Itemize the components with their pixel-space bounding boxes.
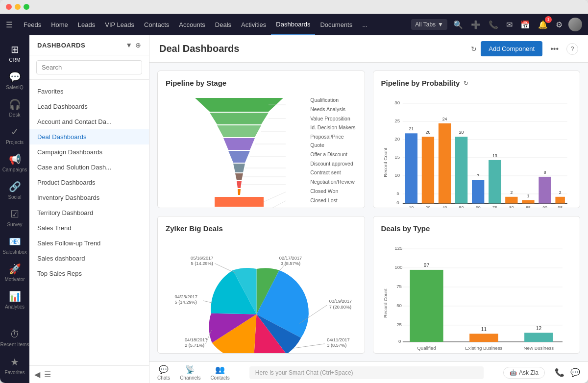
svg-text:75: 75 xyxy=(396,284,402,289)
contacts-tab[interactable]: 👥 Contacts xyxy=(210,365,229,381)
nav-vip-leads[interactable]: VIP Leads xyxy=(100,14,139,35)
channels-tab[interactable]: 📡 Channels xyxy=(180,365,200,381)
deals-type-chart: 125 100 75 50 25 0 xyxy=(381,239,572,354)
svg-text:50: 50 xyxy=(459,205,464,208)
smart-chat-input[interactable]: Here is your Smart Chat (Ctrl+Space) xyxy=(249,366,484,379)
analytics-icon: 📊 xyxy=(9,290,21,302)
ask-zia-button[interactable]: 🤖 Ask Zia xyxy=(503,367,545,379)
svg-marker-10 xyxy=(215,208,264,208)
sidebar-item-salesiq[interactable]: 💬 SalesIQ xyxy=(0,67,29,94)
nav-item-sales-dashboard[interactable]: Sales dashboard xyxy=(29,251,149,266)
probability-chart: 30 25 20 15 10 5 0 xyxy=(381,93,572,208)
svg-text:20: 20 xyxy=(425,130,430,135)
bar-new-business xyxy=(524,333,553,342)
nav-item-campaign-dashboards[interactable]: Campaign Dashboards xyxy=(29,144,149,160)
sidebar-item-analytics[interactable]: 📊 Analytics xyxy=(0,286,29,313)
nav-item-territory-dashboard[interactable]: Territory Dashboard xyxy=(29,205,149,220)
pie-chart: 02/17/2017 3 (8.57%) 03/19/2017 7 (20.00… xyxy=(166,239,357,354)
nav-activities[interactable]: Activities xyxy=(236,14,271,35)
nav-more[interactable]: ... xyxy=(357,14,372,35)
bar-85 xyxy=(522,200,534,204)
nav-accounts[interactable]: Accounts xyxy=(174,14,210,35)
maximize-button[interactable] xyxy=(24,4,29,10)
bar-60 xyxy=(472,180,484,204)
sidebar-item-desk[interactable]: 🎧 Desk xyxy=(0,94,29,121)
funnel-label-negotiation: Negotiation/Review xyxy=(310,178,356,186)
channels-icon: 📡 xyxy=(185,365,195,374)
chats-tab[interactable]: 💬 Chats xyxy=(157,365,170,381)
nav-item-favorites[interactable]: Favorites xyxy=(29,84,149,99)
all-tabs-button[interactable]: All Tabs ▼ xyxy=(411,19,447,30)
sidebar-item-favorites[interactable]: ★ Favorites xyxy=(0,352,29,379)
sidebar-item-salesinbox[interactable]: 📧 SalesInbox xyxy=(0,231,29,259)
svg-text:90: 90 xyxy=(542,205,547,208)
more-options-icon[interactable]: ••• xyxy=(546,43,563,55)
mail-icon[interactable]: ✉ xyxy=(504,18,514,31)
nav-item-account-contact[interactable]: Account and Contact Da... xyxy=(29,114,149,129)
add-component-button[interactable]: Add Component xyxy=(481,41,542,56)
close-button[interactable] xyxy=(6,4,12,10)
add-icon[interactable]: ➕ xyxy=(469,18,483,31)
help-icon[interactable]: ? xyxy=(566,43,578,55)
nav-dashboards[interactable]: Dashboards xyxy=(271,14,315,35)
funnel-label-proposal: Proposal/Price Quote xyxy=(310,133,356,149)
bar-80 xyxy=(505,197,517,204)
nav-footer-collapse-icon[interactable]: ◀ xyxy=(34,370,40,379)
search-input[interactable] xyxy=(36,60,142,74)
sidebar-item-crm[interactable]: ⊞ CRM xyxy=(0,39,29,67)
sidebar-item-recent[interactable]: ⏱ Recent Items xyxy=(0,324,29,352)
svg-marker-7 xyxy=(237,181,242,188)
nav-dropdown-icon[interactable]: ▼ xyxy=(125,41,132,49)
bottom-phone-icon[interactable]: 📞 xyxy=(555,368,564,377)
nav-contacts[interactable]: Contacts xyxy=(139,14,174,35)
nav-item-lead-dashboards[interactable]: Lead Dashboards xyxy=(29,99,149,114)
sidebar-item-social[interactable]: 🔗 Social xyxy=(0,176,29,204)
dashboard-grid: Pipeline by Stage xyxy=(149,63,588,361)
nav-add-icon[interactable]: ⊕ xyxy=(135,41,141,49)
svg-marker-3 xyxy=(223,138,255,150)
minimize-button[interactable] xyxy=(15,4,21,10)
nav-deals[interactable]: Deals xyxy=(210,14,236,35)
refresh-icon[interactable]: ↻ xyxy=(471,45,477,53)
nav-item-inventory-dashboards[interactable]: Inventory Dashboards xyxy=(29,190,149,205)
nav-item-case-solution[interactable]: Case and Solution Dash... xyxy=(29,160,149,175)
nav-item-product-dashboards[interactable]: Product Dashboards xyxy=(29,175,149,190)
user-avatar[interactable] xyxy=(568,18,582,31)
sidebar-item-survey[interactable]: ☑ Survey xyxy=(0,204,29,231)
notification-icon[interactable]: 🔔 1 xyxy=(536,18,550,31)
prob-refresh-icon[interactable]: ↻ xyxy=(464,80,468,87)
phone-icon[interactable]: 📞 xyxy=(487,18,500,31)
sidebar-item-motivator[interactable]: 🚀 Motivator xyxy=(0,259,29,286)
sidebar-item-campaigns[interactable]: 📢 Campaigns xyxy=(0,149,29,176)
nav-footer-list-icon[interactable]: ☰ xyxy=(44,370,51,379)
calendar-icon[interactable]: 📅 xyxy=(518,18,532,31)
settings-icon[interactable]: ⚙ xyxy=(554,18,564,31)
svg-text:04/18/2017: 04/18/2017 xyxy=(185,337,207,342)
svg-text:03/19/2017: 03/19/2017 xyxy=(329,299,352,304)
svg-text:0: 0 xyxy=(396,200,399,205)
contacts-icon: 👥 xyxy=(215,365,225,374)
svg-text:24: 24 xyxy=(442,117,447,121)
page-title: Deal Dashboards xyxy=(159,43,465,54)
svg-text:Record Count: Record Count xyxy=(382,147,388,177)
nav-item-top-sales-reps[interactable]: Top Sales Reps xyxy=(29,266,149,281)
nav-item-deal-dashboards[interactable]: Deal Dashboards xyxy=(29,129,149,144)
sidebar-item-projects[interactable]: ✓ Projects xyxy=(0,121,29,149)
bar-95 xyxy=(555,197,564,204)
svg-marker-4 xyxy=(228,151,250,163)
svg-text:20: 20 xyxy=(459,130,464,135)
hamburger-icon[interactable]: ☰ xyxy=(6,20,13,29)
nav-feeds[interactable]: Feeds xyxy=(19,14,46,35)
nav-home[interactable]: Home xyxy=(46,14,73,35)
funnel-label-lost: Closed Lost xyxy=(310,196,356,205)
nav-item-sales-trend[interactable]: Sales Trend xyxy=(29,220,149,236)
bottom-chat-icon[interactable]: 💬 xyxy=(570,368,580,377)
nav-documents[interactable]: Documents xyxy=(315,14,357,35)
deals-by-type-card: Deals by Type 125 100 75 50 25 0 xyxy=(373,216,581,354)
svg-text:5 (14.29%): 5 (14.29%) xyxy=(191,261,213,266)
search-icon[interactable]: 🔍 xyxy=(451,18,465,31)
nav-item-sales-followup[interactable]: Sales Follow-up Trend xyxy=(29,236,149,251)
svg-text:3 (8.57%): 3 (8.57%) xyxy=(281,261,300,266)
svg-text:5 (14.29%): 5 (14.29%) xyxy=(175,300,197,305)
nav-leads[interactable]: Leads xyxy=(73,14,100,35)
